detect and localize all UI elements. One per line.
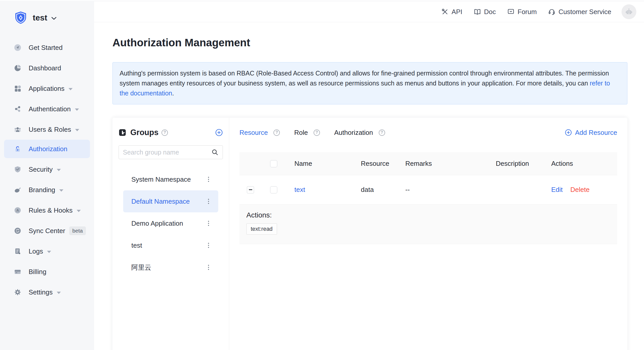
pie-chart-icon xyxy=(14,64,21,72)
column-header-remarks: Remarks xyxy=(397,160,487,168)
gear-icon xyxy=(14,288,21,296)
tools-icon xyxy=(441,8,449,16)
authorization-card: Groups ? System Namespace Default Nam xyxy=(112,118,627,350)
add-group-button[interactable] xyxy=(215,129,223,136)
paint-brush-icon xyxy=(14,186,21,194)
main-content: Authorization Management Authing's permi… xyxy=(94,22,644,350)
sidebar-item-applications[interactable]: Applications xyxy=(0,78,94,99)
group-search xyxy=(119,145,223,159)
chevron-down-icon xyxy=(47,251,51,253)
plus-circle-icon xyxy=(565,129,572,136)
info-banner: Authing's permission system is based on … xyxy=(112,62,627,104)
customer-service-link[interactable]: Customer Service xyxy=(548,8,611,16)
sidebar-item-sync-center[interactable]: Sync Center beta xyxy=(0,221,94,241)
groups-icon xyxy=(119,129,126,136)
group-list: System Namespace Default Namespace Demo … xyxy=(119,168,223,278)
groups-title: Groups xyxy=(130,128,158,137)
group-item-default-namespace[interactable]: Default Namespace xyxy=(123,190,218,212)
group-item-demo-application[interactable]: Demo Application xyxy=(123,212,218,234)
help-icon[interactable]: ? xyxy=(379,129,385,136)
sidebar-item-billing[interactable]: Billing xyxy=(0,261,94,282)
kebab-menu-icon[interactable] xyxy=(207,175,210,183)
resource-panel: Resource ? Role ? Authorization ? Add Re… xyxy=(229,118,627,350)
help-icon[interactable]: ? xyxy=(162,129,168,136)
top-header: API Doc Forum Customer Service xyxy=(94,2,644,22)
workspace-name: test xyxy=(33,13,47,23)
user-avatar[interactable] xyxy=(622,4,636,19)
search-icon[interactable] xyxy=(211,149,218,156)
share-nodes-icon xyxy=(14,105,21,113)
sidebar-item-authorization[interactable]: Authorization xyxy=(4,140,90,158)
group-item-system-namespace[interactable]: System Namespace xyxy=(123,168,218,190)
help-icon[interactable]: ? xyxy=(273,129,280,136)
credit-card-icon xyxy=(14,268,21,276)
action-tag: text:read xyxy=(246,223,277,235)
group-item-aliyun[interactable]: 阿里云 xyxy=(123,256,218,278)
actions-label: Actions: xyxy=(246,211,617,219)
collapse-row-button[interactable] xyxy=(247,186,254,193)
sidebar-item-logs[interactable]: Logs xyxy=(0,241,94,261)
resource-name-link[interactable]: text xyxy=(286,186,352,194)
headset-icon xyxy=(548,8,556,16)
sidebar-item-get-started[interactable]: Get Started xyxy=(0,37,94,58)
tabs-row: Resource ? Role ? Authorization ? Add Re… xyxy=(239,127,617,138)
row-checkbox[interactable] xyxy=(270,186,277,193)
book-icon xyxy=(474,8,481,16)
api-link[interactable]: API xyxy=(441,8,462,16)
sidebar-item-branding[interactable]: Branding xyxy=(0,180,94,200)
resource-table: Name Resource Remarks Description Action… xyxy=(239,152,617,244)
chevron-down-icon xyxy=(68,88,73,90)
lock-icon xyxy=(14,145,21,153)
sidebar-item-settings[interactable]: Settings xyxy=(0,282,94,302)
apps-grid-icon xyxy=(14,85,21,92)
expanded-row-detail: Actions: text:read xyxy=(239,204,617,244)
beta-badge: beta xyxy=(69,226,86,235)
shield-check-icon xyxy=(14,166,21,173)
svg-text:A: A xyxy=(16,208,19,212)
compass-icon xyxy=(14,44,21,51)
chevron-down-icon xyxy=(75,129,79,131)
chevron-down-icon xyxy=(77,210,81,212)
doc-link[interactable]: Doc xyxy=(474,8,496,16)
workspace-switcher[interactable]: test xyxy=(0,2,94,25)
add-resource-button[interactable]: Add Resource xyxy=(565,129,617,137)
column-header-resource: Resource xyxy=(352,160,397,168)
banner-text: Authing's permission system is based on … xyxy=(120,70,609,87)
tab-resource[interactable]: Resource ? xyxy=(239,129,280,137)
group-item-test[interactable]: test xyxy=(123,234,218,256)
users-group-icon xyxy=(14,126,21,133)
chevron-down-icon xyxy=(51,17,56,20)
groups-panel: Groups ? System Namespace Default Nam xyxy=(112,118,229,350)
sidebar-item-dashboard[interactable]: Dashboard xyxy=(0,58,94,78)
chevron-down-icon xyxy=(75,108,79,111)
sidebar-item-users-roles[interactable]: Users & Roles xyxy=(0,119,94,140)
kebab-menu-icon[interactable] xyxy=(207,197,210,205)
select-all-checkbox[interactable] xyxy=(270,160,277,167)
kebab-menu-icon[interactable] xyxy=(207,219,210,227)
chevron-down-icon xyxy=(57,169,61,171)
edit-button[interactable]: Edit xyxy=(551,186,563,194)
table-header-row: Name Resource Remarks Description Action… xyxy=(239,152,617,175)
sync-arrows-icon xyxy=(14,227,21,235)
forum-link[interactable]: Forum xyxy=(507,8,537,16)
sidebar-item-authentication[interactable]: Authentication xyxy=(0,99,94,119)
delete-button[interactable]: Delete xyxy=(570,186,590,194)
tab-role[interactable]: Role ? xyxy=(294,129,320,137)
group-search-input[interactable] xyxy=(123,149,211,156)
row-actions: Edit Delete xyxy=(543,186,617,194)
chevron-down-icon xyxy=(57,292,61,294)
tab-authorization[interactable]: Authorization ? xyxy=(334,129,385,137)
column-header-actions: Actions xyxy=(543,160,617,168)
sidebar-item-security[interactable]: Security xyxy=(0,159,94,180)
kebab-menu-icon[interactable] xyxy=(207,241,210,249)
sidebar: test Get Started Dashboard Applications xyxy=(0,2,94,350)
robot-icon xyxy=(624,7,634,16)
kebab-menu-icon[interactable] xyxy=(207,263,210,271)
resource-type-cell: data xyxy=(352,186,397,194)
help-icon[interactable]: ? xyxy=(314,129,320,136)
groups-header: Groups ? xyxy=(119,127,223,138)
column-header-description: Description xyxy=(487,160,543,168)
sidebar-item-rules-hooks[interactable]: A Rules & Hooks xyxy=(0,200,94,221)
table-row: text data -- Edit Delete xyxy=(239,175,617,204)
sidebar-nav: Get Started Dashboard Applications Authe… xyxy=(0,37,94,302)
